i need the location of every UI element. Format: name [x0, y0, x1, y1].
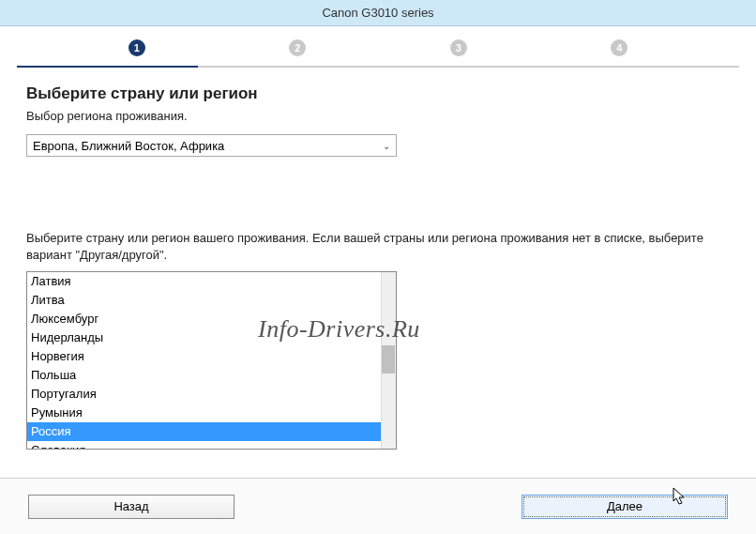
stepper: 1 2 3 4: [0, 26, 756, 66]
step-1: 1: [129, 39, 145, 56]
progress-line: [17, 66, 739, 68]
main-panel: Выберите страну или регион Выбор региона…: [0, 68, 756, 461]
list-item[interactable]: Латвия: [27, 272, 396, 291]
step-3: 3: [450, 39, 467, 56]
back-button-label: Назад: [113, 499, 148, 513]
chevron-down-icon: ⌄: [383, 141, 390, 151]
list-item[interactable]: Литва: [27, 291, 396, 310]
country-listbox[interactable]: Латвия Литва Люксембург Нидерланды Норве…: [26, 271, 397, 450]
window-title: Canon G3010 series: [322, 6, 433, 20]
back-button[interactable]: Назад: [28, 495, 234, 519]
list-item[interactable]: Люксембург: [27, 310, 396, 328]
instruction-text: Выберите страну или регион вашего прожив…: [26, 230, 730, 264]
content-area: 1 2 3 4 Выберите страну или регион Выбор…: [0, 26, 756, 461]
step-4: 4: [611, 39, 627, 56]
page-subheading: Выбор региона проживания.: [26, 109, 730, 123]
list-item[interactable]: Словакия: [27, 441, 396, 450]
list-item[interactable]: Нидерланды: [27, 328, 396, 347]
footer-bar: Назад Далее: [0, 478, 756, 534]
listbox-inner: Латвия Литва Люксембург Нидерланды Норве…: [27, 272, 396, 449]
page-heading: Выберите страну или регион: [26, 84, 730, 103]
scrollbar[interactable]: [381, 272, 396, 449]
window-titlebar: Canon G3010 series: [0, 0, 756, 26]
step-2: 2: [289, 39, 306, 56]
next-button[interactable]: Далее: [522, 495, 728, 519]
region-dropdown-value: Европа, Ближний Восток, Африка: [33, 139, 224, 153]
scroll-thumb[interactable]: [382, 345, 395, 374]
list-item[interactable]: Польша: [27, 366, 396, 385]
list-item[interactable]: Румыния: [27, 404, 396, 422]
list-item[interactable]: Португалия: [27, 385, 396, 404]
next-button-label: Далее: [607, 499, 643, 513]
list-item-selected[interactable]: Россия: [27, 422, 396, 441]
region-dropdown[interactable]: Европа, Ближний Восток, Африка ⌄: [26, 134, 397, 157]
list-item[interactable]: Норвегия: [27, 347, 396, 366]
